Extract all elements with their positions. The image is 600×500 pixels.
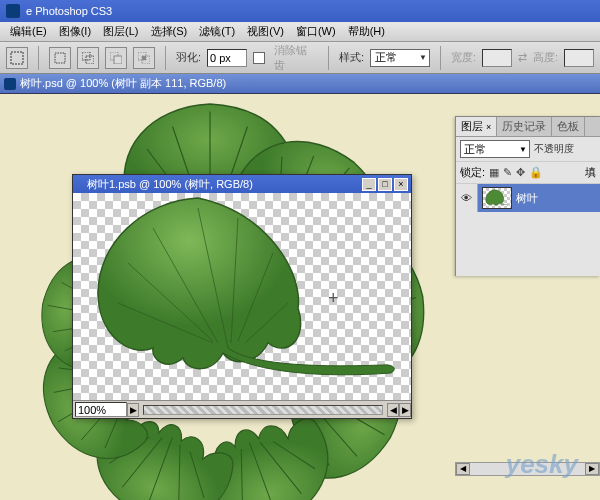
- ps-doc-icon: [76, 179, 87, 190]
- svg-rect-0: [11, 52, 23, 64]
- svg-rect-1: [55, 53, 65, 63]
- lock-all-icon[interactable]: 🔒: [529, 166, 543, 179]
- floating-canvas[interactable]: +: [73, 193, 411, 400]
- feather-label: 羽化:: [176, 50, 201, 65]
- scroll-left-icon[interactable]: ◀: [456, 463, 470, 475]
- close-button[interactable]: ×: [394, 178, 408, 191]
- selection-new-icon[interactable]: [49, 47, 71, 69]
- width-input[interactable]: [482, 49, 512, 67]
- antialias-label: 消除锯齿: [274, 43, 318, 73]
- app-title: e Photoshop CS3: [26, 5, 112, 17]
- zoom-input[interactable]: [75, 402, 127, 417]
- feather-input[interactable]: [207, 49, 247, 67]
- layers-panel[interactable]: 图层 × 历史记录 色板 正常 不透明度 锁定: ▦ ✎ ✥ 🔒 填 👁: [455, 116, 600, 276]
- tab-layers[interactable]: 图层 ×: [456, 117, 497, 136]
- menu-filter[interactable]: 滤镜(T): [193, 24, 241, 39]
- floating-statusbar: ▶ ◀ ▶: [73, 400, 411, 418]
- panel-scrollbar[interactable]: ◀ ▶: [455, 462, 600, 476]
- tab-history[interactable]: 历史记录: [497, 117, 552, 136]
- height-input[interactable]: [564, 49, 594, 67]
- lock-transparency-icon[interactable]: ▦: [489, 166, 499, 179]
- ps-doc-icon: [4, 78, 16, 90]
- opacity-label: 不透明度: [534, 142, 574, 156]
- menu-select[interactable]: 选择(S): [145, 24, 194, 39]
- style-label: 样式:: [339, 50, 364, 65]
- leaf-layer-content: [73, 193, 411, 400]
- ps-app-icon: [6, 4, 20, 18]
- maximize-button[interactable]: □: [378, 178, 392, 191]
- scroll-right-button[interactable]: ▶: [399, 403, 411, 417]
- document-titlebar: 树叶.psd @ 100% (树叶 副本 111, RGB/8): [0, 74, 600, 94]
- floating-doc-titlebar[interactable]: 树叶1.psb @ 100% (树叶, RGB/8) _ □ ×: [73, 175, 411, 193]
- document-title: 树叶.psd @ 100% (树叶 副本 111, RGB/8): [20, 76, 226, 91]
- zoom-arrow-button[interactable]: ▶: [127, 403, 139, 417]
- layer-name[interactable]: 树叶: [516, 191, 538, 206]
- width-label: 宽度:: [451, 50, 476, 65]
- status-strip: [143, 405, 383, 415]
- app-titlebar: e Photoshop CS3: [0, 0, 600, 22]
- lock-position-icon[interactable]: ✥: [516, 166, 525, 179]
- svg-rect-8: [142, 56, 146, 60]
- lock-paint-icon[interactable]: ✎: [503, 166, 512, 179]
- layer-thumbnail[interactable]: [482, 187, 512, 209]
- selection-subtract-icon[interactable]: [105, 47, 127, 69]
- selection-add-icon[interactable]: [77, 47, 99, 69]
- blend-mode-combo[interactable]: 正常: [460, 140, 530, 158]
- tab-swatches[interactable]: 色板: [552, 117, 585, 136]
- menu-window[interactable]: 窗口(W): [290, 24, 342, 39]
- fill-label: 填: [585, 165, 596, 180]
- menu-help[interactable]: 帮助(H): [342, 24, 391, 39]
- scroll-right-icon[interactable]: ▶: [585, 463, 599, 475]
- marquee-tool-icon[interactable]: [6, 47, 28, 69]
- visibility-eye-icon[interactable]: 👁: [456, 184, 478, 212]
- menubar: 编辑(E) 图像(I) 图层(L) 选择(S) 滤镜(T) 视图(V) 窗口(W…: [0, 22, 600, 42]
- menu-edit[interactable]: 编辑(E): [4, 24, 53, 39]
- svg-rect-5: [114, 56, 122, 64]
- main-canvas[interactable]: 树叶1.psb @ 100% (树叶, RGB/8) _ □ × + ▶: [0, 94, 600, 500]
- layer-row[interactable]: 👁 树叶: [456, 184, 600, 212]
- selection-intersect-icon[interactable]: [133, 47, 155, 69]
- minimize-button[interactable]: _: [362, 178, 376, 191]
- menu-view[interactable]: 视图(V): [241, 24, 290, 39]
- scroll-left-button[interactable]: ◀: [387, 403, 399, 417]
- lock-label: 锁定:: [460, 165, 485, 180]
- style-combo[interactable]: 正常: [370, 49, 430, 67]
- options-bar: 羽化: 消除锯齿 样式: 正常 宽度: ⇄ 高度:: [0, 42, 600, 74]
- layer-list: 👁 树叶: [456, 184, 600, 212]
- height-label: 高度:: [533, 50, 558, 65]
- menu-image[interactable]: 图像(I): [53, 24, 97, 39]
- antialias-checkbox[interactable]: [253, 52, 265, 64]
- floating-document-window[interactable]: 树叶1.psb @ 100% (树叶, RGB/8) _ □ × + ▶: [72, 174, 412, 419]
- floating-doc-title: 树叶1.psb @ 100% (树叶, RGB/8): [87, 177, 253, 192]
- menu-layer[interactable]: 图层(L): [97, 24, 144, 39]
- panel-tabs: 图层 × 历史记录 色板: [456, 117, 600, 137]
